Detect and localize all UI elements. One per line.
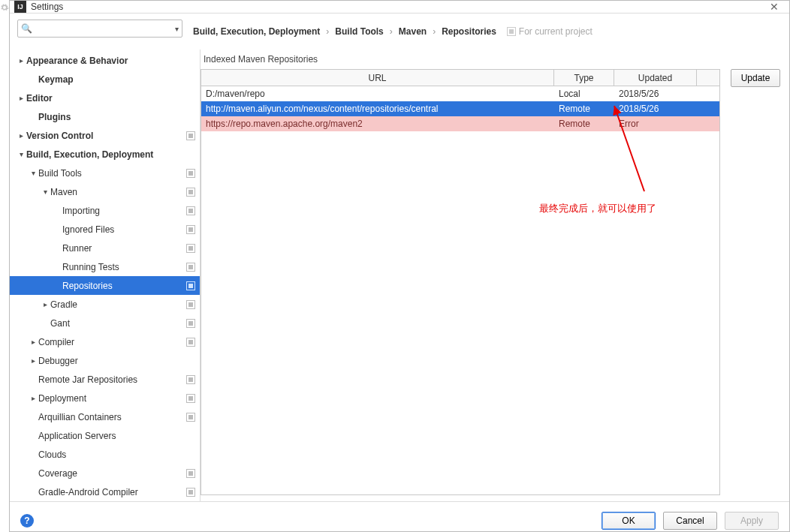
table-header: URL Type Updated bbox=[201, 70, 719, 86]
module-icon bbox=[186, 488, 195, 497]
tree-item-gradle[interactable]: ▸Gradle bbox=[10, 295, 200, 314]
cell-spacer bbox=[697, 101, 719, 116]
for-current-project: For current project bbox=[507, 26, 592, 37]
tree-item-label: Running Tests bbox=[62, 262, 186, 272]
tree-item-gant[interactable]: Gant bbox=[10, 314, 200, 332]
tree-item-label: Clouds bbox=[38, 449, 195, 460]
apply-button[interactable]: Apply bbox=[725, 512, 779, 530]
tree-item-appearance-behavior[interactable]: ▸Appearance & Behavior bbox=[10, 51, 200, 70]
chevron-right-icon: › bbox=[326, 26, 329, 37]
twisty-icon: ▸ bbox=[28, 356, 38, 365]
tree-item-label: Remote Jar Repositories bbox=[38, 374, 186, 385]
tree-item-maven[interactable]: ▾Maven bbox=[10, 182, 200, 201]
tree-item-label: Editor bbox=[26, 93, 195, 104]
tree-item-running-tests[interactable]: Running Tests bbox=[10, 257, 200, 276]
tree-item-coverage[interactable]: Coverage bbox=[10, 464, 200, 482]
tree-item-label: Compiler bbox=[38, 337, 186, 347]
annotation-arrow bbox=[607, 101, 652, 199]
twisty-icon: ▾ bbox=[16, 150, 26, 158]
search-container: 🔍 ▾ bbox=[10, 14, 190, 50]
tree-item-compiler[interactable]: ▸Compiler bbox=[10, 332, 200, 351]
tree-item-deployment[interactable]: ▸Deployment bbox=[10, 389, 200, 407]
tree-item-build-tools[interactable]: ▾Build Tools bbox=[10, 164, 200, 182]
tree-item-label: Gant bbox=[50, 318, 186, 329]
module-icon bbox=[186, 206, 195, 215]
module-icon bbox=[186, 169, 195, 178]
tree-item-label: Plugins bbox=[38, 112, 195, 122]
twisty-icon: ▸ bbox=[16, 94, 26, 102]
tree-item-clouds[interactable]: Clouds bbox=[10, 445, 200, 464]
tree-item-version-control[interactable]: ▸Version Control bbox=[10, 126, 200, 145]
svg-line-0 bbox=[614, 106, 644, 191]
tree-item-plugins[interactable]: Plugins bbox=[10, 107, 200, 126]
tree-item-gradle-android-compiler[interactable]: Gradle-Android Compiler bbox=[10, 482, 200, 501]
tree-item-label: Application Servers bbox=[38, 431, 195, 441]
tree-item-arquillian-containers[interactable]: Arquillian Containers bbox=[10, 407, 200, 426]
tree-item-remote-jar-repositories[interactable]: Remote Jar Repositories bbox=[10, 370, 200, 389]
tree-item-label: Repositories bbox=[62, 281, 186, 291]
ok-button[interactable]: OK bbox=[602, 512, 656, 530]
cell-type: Local bbox=[554, 86, 614, 101]
twisty-icon: ▸ bbox=[16, 56, 26, 65]
search-input[interactable] bbox=[34, 23, 175, 34]
col-type[interactable]: Type bbox=[554, 70, 614, 86]
tree-item-label: Ignored Files bbox=[62, 224, 186, 235]
module-icon bbox=[186, 300, 195, 309]
cell-spacer bbox=[697, 86, 719, 101]
tree-item-runner[interactable]: Runner bbox=[10, 239, 200, 257]
col-url[interactable]: URL bbox=[201, 70, 554, 86]
tree-item-repositories[interactable]: Repositories bbox=[10, 276, 200, 295]
settings-tree[interactable]: ▸Appearance & BehaviorKeymap▸EditorPlugi… bbox=[10, 50, 201, 501]
crumb-2[interactable]: Maven bbox=[399, 26, 427, 37]
col-updated[interactable]: Updated bbox=[614, 70, 697, 86]
module-icon bbox=[186, 188, 195, 197]
settings-dialog: IJ Settings ✕ 🔍 ▾ Build, Execution, Depl… bbox=[9, 0, 790, 532]
tree-item-debugger[interactable]: ▸Debugger bbox=[10, 351, 200, 370]
cell-url: D:/maven/repo bbox=[201, 86, 554, 101]
tree-item-label: Deployment bbox=[38, 393, 186, 404]
tree-item-keymap[interactable]: Keymap bbox=[10, 70, 200, 89]
tree-item-label: Keymap bbox=[38, 74, 195, 85]
crumb-0[interactable]: Build, Execution, Deployment bbox=[193, 26, 320, 37]
twisty-icon: ▸ bbox=[28, 394, 38, 402]
module-icon bbox=[186, 338, 195, 347]
tree-item-label: Runner bbox=[62, 243, 186, 254]
window-title: Settings bbox=[31, 2, 63, 12]
module-icon bbox=[186, 413, 195, 422]
tree-item-build-execution-deployment[interactable]: ▾Build, Execution, Deployment bbox=[10, 145, 200, 164]
module-icon bbox=[186, 263, 195, 272]
for-current-project-label: For current project bbox=[519, 26, 592, 37]
module-icon bbox=[186, 281, 195, 290]
tree-item-label: Build, Execution, Deployment bbox=[26, 149, 195, 160]
tree-item-label: Gradle bbox=[50, 299, 186, 310]
tree-item-application-servers[interactable]: Application Servers bbox=[10, 426, 200, 445]
tree-item-editor[interactable]: ▸Editor bbox=[10, 89, 200, 107]
titlebar: IJ Settings ✕ bbox=[10, 1, 789, 14]
chevron-down-icon[interactable]: ▾ bbox=[175, 25, 179, 33]
module-icon bbox=[507, 27, 516, 36]
col-spacer bbox=[697, 70, 719, 86]
crumb-3: Repositories bbox=[442, 26, 496, 37]
table-row[interactable]: D:/maven/repoLocal2018/5/26 bbox=[201, 86, 719, 101]
twisty-icon: ▸ bbox=[28, 338, 38, 346]
tree-item-label: Debugger bbox=[38, 356, 195, 366]
twisty-icon: ▸ bbox=[16, 131, 26, 140]
cell-url: http://maven.aliyun.com/nexus/content/re… bbox=[201, 101, 554, 116]
update-button[interactable]: Update bbox=[731, 69, 780, 87]
twisty-icon: ▸ bbox=[40, 300, 50, 308]
help-icon[interactable]: ? bbox=[20, 514, 34, 527]
search-input-wrap[interactable]: 🔍 ▾ bbox=[17, 20, 182, 38]
twisty-icon: ▾ bbox=[40, 188, 50, 196]
search-icon: 🔍 bbox=[21, 23, 32, 34]
module-icon bbox=[186, 375, 195, 384]
module-icon bbox=[186, 244, 195, 253]
cancel-button[interactable]: Cancel bbox=[663, 512, 717, 530]
tree-item-label: Coverage bbox=[38, 468, 186, 479]
tree-item-ignored-files[interactable]: Ignored Files bbox=[10, 220, 200, 239]
tree-item-label: Maven bbox=[50, 187, 186, 197]
close-icon[interactable]: ✕ bbox=[764, 1, 785, 13]
tree-item-importing[interactable]: Importing bbox=[10, 201, 200, 220]
crumb-1[interactable]: Build Tools bbox=[335, 26, 383, 37]
chevron-right-icon: › bbox=[390, 26, 393, 37]
tree-item-label: Importing bbox=[62, 206, 186, 216]
